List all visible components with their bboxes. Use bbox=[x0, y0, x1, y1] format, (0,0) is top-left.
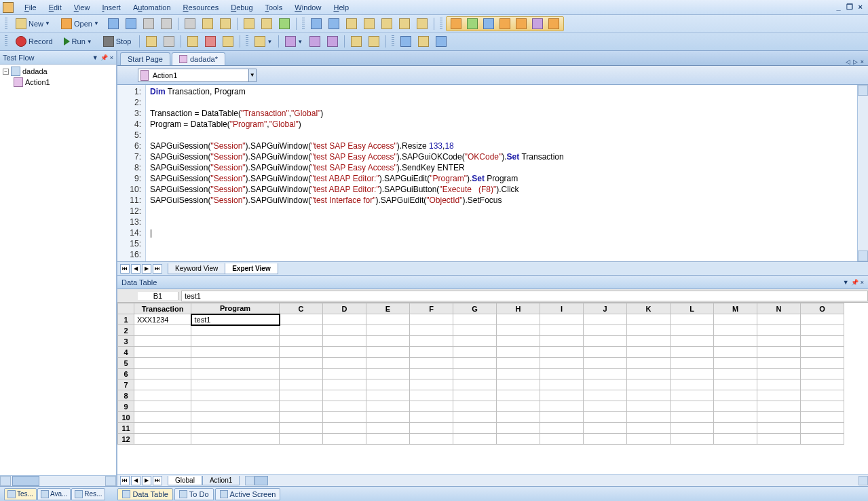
menu-debug[interactable]: Debug bbox=[225, 2, 258, 13]
code-editor[interactable]: 1:2:3:4:5:6:7:8:9:10:11:12:13:14:15:16: … bbox=[117, 85, 868, 262]
export-button[interactable] bbox=[241, 17, 257, 31]
sheet-tab-global[interactable]: Global bbox=[168, 476, 202, 485]
toolbar-grip[interactable] bbox=[440, 18, 442, 30]
menu-tools[interactable]: Tools bbox=[260, 2, 288, 13]
tab-start-page[interactable]: Start Page bbox=[120, 52, 170, 65]
print-preview-button[interactable] bbox=[158, 17, 174, 31]
dt-btn-2[interactable] bbox=[415, 35, 432, 48]
object-repo-button[interactable] bbox=[185, 35, 201, 48]
sheet-nav-prev[interactable]: ◀ bbox=[131, 476, 140, 485]
cell-ref[interactable]: B1 bbox=[138, 292, 178, 300]
test-flow-tree[interactable]: − dadada Action1 bbox=[0, 64, 116, 475]
panel-hscroll[interactable] bbox=[0, 475, 116, 486]
replace-button[interactable] bbox=[396, 17, 413, 31]
action-selector[interactable]: ▼ bbox=[138, 69, 257, 82]
panel-close[interactable]: × bbox=[110, 54, 113, 61]
undo-button[interactable] bbox=[308, 17, 324, 31]
output-val-button[interactable] bbox=[307, 35, 323, 48]
collapse-icon[interactable]: − bbox=[3, 69, 9, 75]
restore-button[interactable]: ❐ bbox=[845, 3, 854, 12]
sync-button[interactable] bbox=[324, 35, 341, 48]
print-button[interactable] bbox=[140, 17, 157, 31]
view-btn-4[interactable] bbox=[497, 17, 513, 31]
menu-edit[interactable]: Edit bbox=[43, 2, 67, 13]
lbtab-available[interactable]: Ava... bbox=[37, 488, 71, 500]
pointer-button[interactable] bbox=[161, 35, 177, 48]
syntax-check-button[interactable] bbox=[414, 17, 430, 31]
web-button[interactable] bbox=[276, 17, 293, 31]
editor-vscroll[interactable] bbox=[857, 85, 868, 261]
tab-dadada[interactable]: dadada* bbox=[172, 52, 225, 65]
panel-close[interactable]: × bbox=[861, 279, 864, 286]
dt-btn-3[interactable] bbox=[433, 35, 449, 48]
nav-next[interactable]: ▶ bbox=[142, 264, 151, 274]
nav-prev[interactable]: ◀ bbox=[131, 264, 140, 274]
save-button[interactable] bbox=[105, 17, 121, 31]
tree-node-action[interactable]: Action1 bbox=[1, 77, 115, 88]
menu-view[interactable]: View bbox=[69, 2, 96, 13]
redo-button[interactable] bbox=[326, 17, 342, 31]
run-button[interactable]: Run▼ bbox=[59, 35, 97, 48]
close-button[interactable]: × bbox=[857, 3, 864, 12]
formula-input[interactable] bbox=[181, 291, 868, 301]
settings-button[interactable] bbox=[220, 35, 236, 48]
menu-help[interactable]: Help bbox=[328, 2, 354, 13]
end-trans-button[interactable] bbox=[366, 35, 382, 48]
grid-hscroll[interactable] bbox=[245, 476, 868, 485]
panel-pin[interactable]: 📌 bbox=[851, 279, 858, 286]
import-button[interactable] bbox=[259, 17, 275, 31]
menu-window[interactable]: Window bbox=[289, 2, 326, 13]
panel-dropdown[interactable]: ▼ bbox=[843, 279, 849, 286]
btab-active-screen[interactable]: Active Screen bbox=[215, 488, 281, 500]
cut-button[interactable] bbox=[182, 17, 198, 31]
btab-to-do[interactable]: To Do bbox=[174, 488, 214, 500]
recovery-button[interactable] bbox=[202, 35, 219, 48]
step-gen-button[interactable]: ▼ bbox=[252, 35, 275, 48]
btab-data-table[interactable]: Data Table bbox=[117, 488, 172, 500]
data-grid[interactable]: TransactionProgramCDEFGHIJKLMNO1XXX1234t… bbox=[117, 303, 844, 445]
menu-insert[interactable]: Insert bbox=[96, 2, 126, 13]
sheet-nav-next[interactable]: ▶ bbox=[142, 476, 151, 485]
action-input[interactable] bbox=[151, 71, 248, 79]
view-btn-1[interactable] bbox=[448, 17, 464, 31]
start-trans-button[interactable] bbox=[348, 35, 364, 48]
chevron-down-icon[interactable]: ▼ bbox=[248, 69, 256, 81]
lbtab-testflow[interactable]: Tes... bbox=[4, 488, 37, 500]
toolbar-grip[interactable] bbox=[5, 18, 7, 30]
lbtab-resources[interactable]: Res... bbox=[71, 488, 105, 500]
tab-keyword-view[interactable]: Keyword View bbox=[168, 263, 225, 274]
view-btn-3[interactable] bbox=[480, 17, 497, 31]
menu-file[interactable]: File bbox=[19, 2, 42, 13]
open-button[interactable]: Open▼ bbox=[56, 17, 104, 31]
view-btn-7[interactable] bbox=[546, 17, 562, 31]
nav-last[interactable]: ⏭ bbox=[153, 264, 162, 274]
tab-close[interactable]: × bbox=[861, 58, 864, 65]
record-button[interactable]: Record bbox=[11, 35, 58, 48]
new-button[interactable]: New▼ bbox=[11, 17, 55, 31]
tab-next[interactable]: ▷ bbox=[853, 58, 858, 65]
tab-expert-view[interactable]: Expert View bbox=[225, 263, 278, 274]
comment-button[interactable] bbox=[343, 17, 360, 31]
menu-automation[interactable]: Automation bbox=[128, 2, 176, 13]
sheet-tab-action1[interactable]: Action1 bbox=[202, 476, 240, 485]
hand-button[interactable] bbox=[143, 35, 159, 48]
code-area[interactable]: Dim Transaction, Program Transaction = D… bbox=[146, 85, 857, 261]
dt-btn-1[interactable] bbox=[398, 35, 414, 48]
sheet-nav-first[interactable]: ⏮ bbox=[120, 476, 130, 485]
minimize-button[interactable]: _ bbox=[835, 3, 842, 12]
nav-first[interactable]: ⏮ bbox=[120, 264, 130, 274]
view-btn-5[interactable] bbox=[513, 17, 529, 31]
toolbar-grip[interactable] bbox=[302, 18, 305, 30]
checkpoint-button[interactable]: ▼ bbox=[282, 35, 305, 48]
view-btn-2[interactable] bbox=[464, 17, 480, 31]
panel-pin[interactable]: 📌 bbox=[100, 54, 108, 61]
sheet-nav-last[interactable]: ⏭ bbox=[153, 476, 162, 485]
panel-dropdown[interactable]: ▼ bbox=[92, 54, 98, 61]
tree-node-root[interactable]: − dadada bbox=[1, 66, 115, 77]
menu-resources[interactable]: Resources bbox=[178, 2, 225, 13]
save-all-button[interactable] bbox=[123, 17, 139, 31]
find-button[interactable] bbox=[379, 17, 395, 31]
uncomment-button[interactable] bbox=[361, 17, 377, 31]
copy-button[interactable] bbox=[200, 17, 216, 31]
paste-button[interactable] bbox=[217, 17, 233, 31]
